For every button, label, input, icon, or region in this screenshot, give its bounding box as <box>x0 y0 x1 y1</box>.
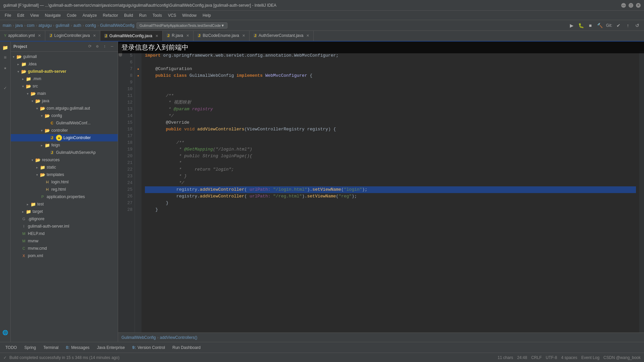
breadcrumb-main[interactable]: main <box>3 23 11 28</box>
tree-item--gitignore[interactable]: G .gitignore <box>11 215 118 223</box>
breadcrumb-com[interactable]: com <box>27 23 35 28</box>
menu-item-help[interactable]: Help <box>200 12 214 19</box>
tab-AuthServerConstant-java[interactable]: JAuthServerConstant.java✕ <box>250 31 314 41</box>
tree-item-src[interactable]: ▾ 📂 src <box>11 82 118 90</box>
menu-item-view[interactable]: View <box>28 12 42 19</box>
tab-close-icon[interactable]: ✕ <box>155 34 158 38</box>
tree-item-gulimallwebconf---[interactable]: C GulimallWebConf... <box>11 119 118 127</box>
bottom-tab-java-enterprise[interactable]: Java Enterprise <box>94 343 128 352</box>
menu-item-analyze[interactable]: Analyze <box>80 12 100 19</box>
bottom-tab-messages[interactable]: 0:Messages <box>63 343 93 352</box>
panel-sync-icon[interactable]: ⟳ <box>87 44 93 50</box>
tree-item-config[interactable]: ▾ 📂 config <box>11 112 118 119</box>
tab-close-icon[interactable]: ✕ <box>38 34 41 38</box>
build-button[interactable]: 🔨 <box>596 21 604 29</box>
editor-breadcrumb-method[interactable]: addViewControllers() <box>160 335 198 340</box>
debug-button[interactable]: 🐛 <box>577 21 585 29</box>
tree-item-gulimall-auth-server[interactable]: ▾ 📂 gulimall-auth-server <box>11 68 118 75</box>
menu-item-vcs[interactable]: VCS <box>165 12 179 19</box>
editor-breadcrumb-class[interactable]: GulimallWebConfig <box>121 335 156 340</box>
tree-item-application-properties[interactable]: P application.properties <box>11 193 118 200</box>
tree-item-help-md[interactable]: M HELP.md <box>11 230 118 237</box>
tab-close-icon[interactable]: ✕ <box>306 34 309 38</box>
tree-item-logincontroller[interactable]: J ● LoginController <box>11 134 118 141</box>
bottom-tab-version-control[interactable]: 9:Version Control <box>129 343 168 352</box>
panel-expand-icon[interactable]: ↕ <box>102 44 108 50</box>
tree-item-mvnw[interactable]: M mvnw <box>11 237 118 245</box>
menu-item-refactor[interactable]: Refactor <box>100 12 121 19</box>
tab-close-icon[interactable]: ✕ <box>186 34 189 38</box>
tree-item-static[interactable]: ▸ 📁 static <box>11 164 118 171</box>
tree-item-login-html[interactable]: H login.html <box>11 178 118 186</box>
breadcrumb-file[interactable]: GulimallWebConfig <box>100 23 135 28</box>
tab-BizCodeEnume-java[interactable]: JBizCodeEnume.java✕ <box>194 31 250 41</box>
tree-item-main[interactable]: ▾ 📂 main <box>11 90 118 97</box>
tree-item--idea[interactable]: ▸ 📁 .idea <box>11 60 118 68</box>
bottom-tab-terminal[interactable]: Terminal <box>40 343 62 352</box>
code-area[interactable]: 5678910111213141516171819202122232425262… <box>118 51 644 333</box>
git-update-button[interactable]: ✔ <box>614 21 623 29</box>
run-button[interactable]: ▶ <box>568 21 576 29</box>
menu-item-build[interactable]: Build <box>121 12 136 19</box>
close-button[interactable]: ✕ <box>636 3 641 8</box>
tree-item-reg-html[interactable]: H reg.html <box>11 186 118 193</box>
breadcrumb-auth[interactable]: auth <box>73 23 81 28</box>
indent-info[interactable]: 4 spaces <box>561 355 577 360</box>
breadcrumb-config[interactable]: config <box>85 23 96 28</box>
line-separator[interactable]: CRLF <box>531 355 542 360</box>
csdn-label[interactable]: CSDN @wang_book <box>603 355 641 360</box>
tree-item-gulimall-auth-server-iml[interactable]: I gulimall-auth-server.iml <box>11 223 118 230</box>
cursor-position[interactable]: 24:48 <box>517 355 527 360</box>
breadcrumb-atguigu[interactable]: atguigu <box>39 23 52 28</box>
run-config-selector[interactable]: GulimallThirdPartyApplicationTests.testS… <box>137 22 228 28</box>
chars-info[interactable]: 11 chars <box>498 355 513 360</box>
sidebar-structure-icon[interactable]: ≡ <box>1 54 9 62</box>
sidebar-favorites-icon[interactable]: ★ <box>1 64 9 72</box>
tab-application-yml[interactable]: Yapplication.yml✕ <box>0 31 45 41</box>
menu-item-run[interactable]: Run <box>137 12 149 19</box>
tree-item-pom-xml[interactable]: X pom.xml <box>11 252 118 259</box>
menu-item-code[interactable]: Code <box>64 12 79 19</box>
breadcrumb-java[interactable]: java <box>15 23 23 28</box>
tree-item-feign[interactable]: ▸ 📁 feign <box>11 141 118 149</box>
bottom-tab-spring[interactable]: Spring <box>21 343 39 352</box>
tree-item-resources[interactable]: ▾ 📂 resources <box>11 156 118 164</box>
menu-item-file[interactable]: File <box>2 12 14 19</box>
maximize-button[interactable]: □ <box>629 3 633 8</box>
tree-item-gulimall[interactable]: ▾ 📂 gulimall <box>11 53 118 60</box>
breadcrumb-gulimall[interactable]: gulimall <box>56 23 69 28</box>
chinese-header: 登录信息存入到前端中 <box>118 42 644 53</box>
encoding[interactable]: UTF-8 <box>546 355 557 360</box>
menu-item-tools[interactable]: Tools <box>150 12 165 19</box>
tree-item-com-atguigu-gulimall-aut[interactable]: ▾ 📂 com.atguigu.gulimall.aut <box>11 105 118 112</box>
menu-item-edit[interactable]: Edit <box>14 12 27 19</box>
tab-close-icon[interactable]: ✕ <box>242 34 245 38</box>
tab-R-java[interactable]: JR.java✕ <box>163 31 194 41</box>
tree-item-mvnw-cmd[interactable]: C mvnw.cmd <box>11 245 118 252</box>
event-log[interactable]: Event Log <box>581 355 599 360</box>
tree-item-templates[interactable]: ▾ 📂 templates <box>11 171 118 178</box>
bottom-tab-run-dashboard[interactable]: Run Dashboard <box>169 343 204 352</box>
git-history-button[interactable]: ↺ <box>633 21 641 29</box>
panel-settings-icon[interactable]: ⚙ <box>94 44 100 50</box>
tab-GulimallWebConfig-java[interactable]: JGulimallWebConfig.java✕ <box>100 31 163 41</box>
sidebar-todo-icon[interactable]: ✓ <box>1 84 9 92</box>
tree-item-java[interactable]: ▾ 📂 java <box>11 97 118 105</box>
tab-close-icon[interactable]: ✕ <box>93 34 96 38</box>
tree-item-target[interactable]: ▸ 📁 target <box>11 208 118 215</box>
stop-button[interactable]: ■ <box>586 21 594 29</box>
tree-item--mvn[interactable]: ▸ 📁 .mvn <box>11 75 118 82</box>
bottom-tab-todo[interactable]: TODO <box>2 343 20 352</box>
menu-item-window[interactable]: Window <box>179 12 199 19</box>
tree-item-gulimallauthserverap[interactable]: J GulimallAuthServerAp <box>11 149 118 156</box>
sidebar-web-icon[interactable]: 🌐 <box>1 328 9 337</box>
menu-item-navigate[interactable]: Navigate <box>42 12 63 19</box>
tree-item-test[interactable]: ▸ 📁 test <box>11 200 118 208</box>
minimize-button[interactable]: — <box>621 3 626 8</box>
sidebar-project-icon[interactable]: 📁 <box>1 44 9 52</box>
panel-close-icon[interactable]: — <box>109 44 115 50</box>
code-content[interactable]: import org.springframework.web.servlet.c… <box>142 51 639 333</box>
git-push-button[interactable]: ↑ <box>624 21 632 29</box>
tree-item-controller[interactable]: ▾ 📂 controller <box>11 127 118 134</box>
tab-LoginController-java[interactable]: JLoginController.java✕ <box>45 31 100 41</box>
